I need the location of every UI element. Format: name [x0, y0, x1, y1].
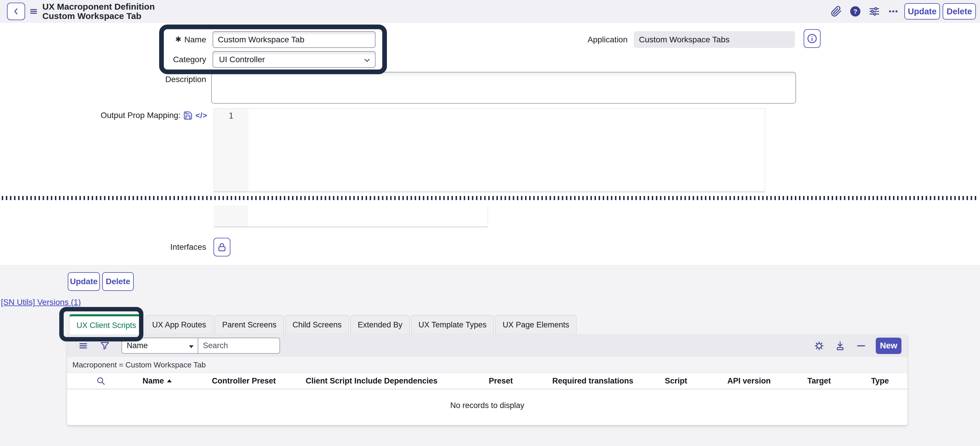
tab-parent-screens[interactable]: Parent Screens: [215, 315, 284, 334]
help-icon[interactable]: ?: [850, 5, 861, 18]
ux-macroponent-definition-page: UX Macroponent Definition Custom Workspa…: [0, 0, 980, 446]
code-icon[interactable]: </>: [196, 111, 207, 120]
column-header-name[interactable]: Name: [134, 376, 200, 385]
editor-line-number: 1: [214, 109, 248, 191]
interfaces-lock-button[interactable]: [213, 238, 231, 256]
editor-continuation[interactable]: [214, 205, 488, 227]
column-header-script[interactable]: Script: [640, 376, 713, 385]
editor-continuation-gutter: [214, 205, 248, 227]
column-header-controller-preset[interactable]: Controller Preset: [200, 376, 288, 385]
chevron-down-icon: [363, 56, 371, 65]
related-list-tabs: UX Client Scripts UX App Routes Parent S…: [69, 314, 576, 334]
context-menu-icon[interactable]: [29, 7, 38, 16]
tab-ux-page-elements[interactable]: UX Page Elements: [495, 315, 576, 334]
application-label: Application: [531, 31, 628, 48]
header-actions: ? Update Delete: [830, 0, 979, 23]
search-field-selected: Name: [127, 341, 148, 350]
name-input[interactable]: [213, 31, 375, 48]
related-lists-section: Update Delete [SN Utils] Versions (1) UX…: [0, 265, 980, 446]
application-info-button[interactable]: [803, 29, 821, 48]
back-button[interactable]: [7, 3, 25, 20]
minimize-icon[interactable]: [856, 341, 866, 351]
record-type-title: UX Macroponent Definition: [42, 2, 155, 11]
description-label: Description: [110, 73, 206, 85]
sliders-icon[interactable]: [869, 5, 880, 18]
required-icon: ✱: [175, 35, 181, 43]
gear-icon[interactable]: [814, 341, 824, 351]
download-icon[interactable]: [835, 341, 845, 351]
tab-ux-app-routes[interactable]: UX App Routes: [145, 315, 213, 334]
tab-ux-template-types[interactable]: UX Template Types: [411, 315, 494, 334]
update-button[interactable]: Update: [904, 3, 940, 19]
category-select[interactable]: UI Controller: [213, 51, 375, 68]
editor-continuation-content[interactable]: [248, 205, 488, 227]
column-header-preset[interactable]: Preset: [455, 376, 546, 385]
funnel-icon[interactable]: [100, 341, 110, 351]
output-prop-mapping-editor[interactable]: 1: [214, 108, 765, 192]
column-header-target[interactable]: Target: [786, 376, 853, 385]
list-toolbar: Name New: [67, 334, 907, 357]
list-icon[interactable]: [78, 341, 88, 351]
dropdown-caret-icon: [189, 345, 194, 348]
column-header-client-script-include-dependencies[interactable]: Client Script Include Dependencies: [288, 376, 455, 385]
sort-ascending-icon: [167, 379, 172, 382]
form-delete-button[interactable]: Delete: [102, 272, 134, 291]
interfaces-label: Interfaces: [110, 238, 206, 256]
sn-utils-versions-link[interactable]: [SN Utils] Versions (1): [1, 298, 81, 307]
list-breadcrumb[interactable]: Macroponent = Custom Workspace Tab: [67, 357, 907, 373]
empty-list-message: No records to display: [67, 389, 907, 424]
search-icon[interactable]: [67, 376, 134, 385]
name-label: ✱Name: [110, 31, 206, 48]
tab-child-screens[interactable]: Child Screens: [285, 315, 349, 334]
search-field-dropdown[interactable]: Name: [121, 338, 198, 354]
record-header-bar: UX Macroponent Definition Custom Workspa…: [0, 0, 980, 23]
tab-extended-by[interactable]: Extended By: [350, 315, 410, 334]
editor-content[interactable]: [248, 109, 765, 191]
list-header-row: Name Controller Preset Client Script Inc…: [67, 373, 907, 389]
record-name-title: Custom Workspace Tab: [42, 11, 155, 21]
save-icon[interactable]: [183, 111, 193, 120]
form-update-button[interactable]: Update: [68, 272, 100, 291]
category-label: Category: [110, 51, 206, 68]
ux-client-scripts-list: Name New Macroponent = Custom Workspace …: [67, 334, 907, 425]
column-header-required-translations[interactable]: Required translations: [546, 376, 640, 385]
svg-text:?: ?: [853, 8, 858, 15]
annotation-page-break-dotted-line: [2, 196, 979, 200]
tab-ux-client-scripts[interactable]: UX Client Scripts: [69, 314, 143, 334]
page-title: UX Macroponent Definition Custom Workspa…: [42, 2, 155, 21]
column-header-api-version[interactable]: API version: [713, 376, 786, 385]
output-prop-mapping-label: Output Prop Mapping:: [100, 111, 180, 120]
output-prop-mapping-label-row: Output Prop Mapping: </>: [82, 108, 207, 123]
description-textarea[interactable]: [211, 72, 796, 104]
application-readonly-field: Custom Workspace Tabs: [634, 31, 795, 48]
column-header-type[interactable]: Type: [853, 376, 907, 385]
category-selected-value: UI Controller: [219, 55, 265, 64]
new-button[interactable]: New: [876, 338, 902, 354]
list-search-input[interactable]: [198, 338, 280, 354]
delete-button[interactable]: Delete: [943, 3, 976, 19]
ellipsis-icon[interactable]: [888, 5, 899, 18]
back-chevron-icon: [12, 6, 21, 16]
paperclip-icon[interactable]: [830, 5, 842, 18]
